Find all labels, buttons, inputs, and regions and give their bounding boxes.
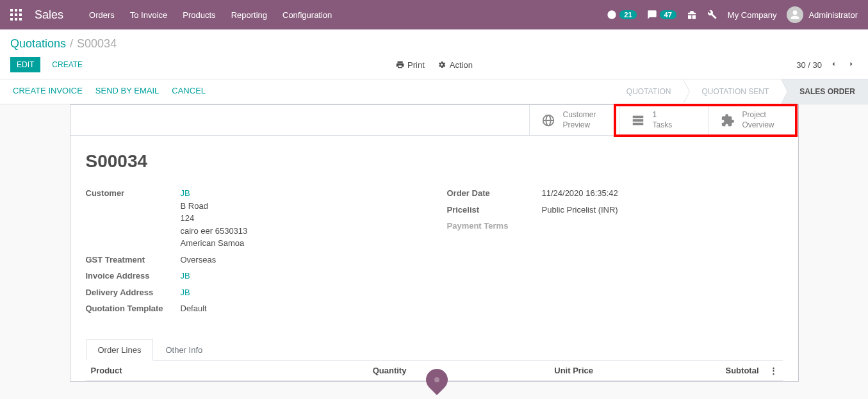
invoice-address-link[interactable]: JB xyxy=(181,271,190,281)
tab-order-lines[interactable]: Order Lines xyxy=(86,339,154,361)
status-step-sales-order[interactable]: Sales Order xyxy=(782,79,868,104)
gst-label: GST Treatment xyxy=(86,254,181,265)
status-step-quotation[interactable]: Quotation xyxy=(614,79,684,104)
col-subtotal[interactable]: Subtotal xyxy=(598,361,764,381)
pricelist-value: Public Pricelist (INR) xyxy=(542,204,783,216)
customer-preview-button[interactable]: Customer Preview xyxy=(529,105,619,135)
clock-icon xyxy=(607,10,617,20)
svg-rect-6 xyxy=(10,18,13,20)
left-column: Customer JB B Road 124 cairo eer 6530313… xyxy=(86,187,422,319)
status-bar: Create Invoice Send by Email Cancel Quot… xyxy=(0,79,868,104)
print-label: Print xyxy=(407,60,425,70)
breadcrumb-parent[interactable]: Quotations xyxy=(10,37,66,51)
wrench-icon[interactable] xyxy=(707,10,717,20)
gift-icon[interactable] xyxy=(687,10,697,20)
chat-icon xyxy=(647,10,657,20)
quotation-template-value: Default xyxy=(181,302,422,315)
col-options[interactable]: ⋮ xyxy=(764,361,783,381)
quotation-template-label: Quotation Template xyxy=(86,302,181,313)
breadcrumb: Quotations / S00034 xyxy=(0,29,868,51)
customer-preview-line1: Customer xyxy=(563,110,596,120)
stat-buttons-row: Customer Preview 1 Tasks Project Overvie… xyxy=(70,105,798,136)
pager-text: 30 / 30 xyxy=(796,60,822,70)
svg-rect-2 xyxy=(19,9,22,12)
chevron-right-icon xyxy=(848,60,855,68)
activities-button[interactable]: 21 xyxy=(607,10,636,20)
customer-addr1: B Road xyxy=(181,201,208,211)
project-overview-line2: Overview xyxy=(742,120,774,131)
status-actions: Create Invoice Send by Email Cancel xyxy=(0,79,218,104)
delivery-address-label: Delivery Address xyxy=(86,286,181,297)
svg-rect-3 xyxy=(10,13,13,16)
customer-preview-line2: Preview xyxy=(563,120,596,131)
status-steps: Quotation Quotation Sent Sales Order xyxy=(614,79,868,104)
pager-next[interactable] xyxy=(845,58,858,72)
delivery-address-link[interactable]: JB xyxy=(181,288,190,297)
gear-icon xyxy=(438,60,446,69)
create-invoice-button[interactable]: Create Invoice xyxy=(13,86,83,97)
svg-rect-12 xyxy=(632,122,643,125)
tasks-icon xyxy=(631,113,645,127)
order-date-value: 11/24/2020 16:35:42 xyxy=(542,187,783,200)
nav-menu-reporting[interactable]: Reporting xyxy=(231,10,267,20)
notebook-tabs: Order Lines Other Info xyxy=(86,339,783,361)
nav-right: 21 47 My Company Administrator xyxy=(607,6,858,23)
nav-menu-to-invoice[interactable]: To Invoice xyxy=(130,10,168,20)
create-button[interactable]: Create xyxy=(45,57,89,72)
puzzle-icon xyxy=(721,113,735,127)
sheet-body: S00034 Customer JB B Road 124 cairo eer … xyxy=(70,136,798,324)
pager: 30 / 30 xyxy=(796,58,858,72)
breadcrumb-current: S00034 xyxy=(77,37,117,51)
control-panel: Quotations / S00034 Edit Create Print Ac… xyxy=(0,29,868,79)
gst-value: Overseas xyxy=(181,254,422,266)
svg-rect-10 xyxy=(632,115,643,118)
svg-rect-0 xyxy=(10,9,13,12)
customer-addr4: American Samoa xyxy=(181,238,245,248)
center-toolbar: Print Action xyxy=(395,60,473,70)
nav-menu-configuration[interactable]: Configuration xyxy=(283,10,332,20)
pager-prev[interactable] xyxy=(827,58,840,72)
top-navbar: Sales Orders To Invoice Products Reporti… xyxy=(0,0,868,29)
project-overview-button[interactable]: Project Overview xyxy=(708,105,798,135)
form-view: Customer Preview 1 Tasks Project Overvie… xyxy=(0,104,868,382)
tasks-label: Tasks xyxy=(653,120,673,131)
svg-rect-4 xyxy=(15,13,17,16)
edit-button[interactable]: Edit xyxy=(10,57,40,72)
send-by-email-button[interactable]: Send by Email xyxy=(95,86,159,97)
project-overview-line1: Project xyxy=(742,110,774,120)
globe-icon xyxy=(541,113,555,127)
messages-button[interactable]: 47 xyxy=(647,10,676,20)
nav-menu-products[interactable]: Products xyxy=(183,10,215,20)
print-button[interactable]: Print xyxy=(395,60,425,70)
user-menu[interactable]: Administrator xyxy=(787,6,858,23)
apps-icon[interactable] xyxy=(10,9,22,20)
tasks-button[interactable]: 1 Tasks xyxy=(619,105,708,135)
customer-addr2: 124 xyxy=(181,213,195,223)
col-quantity[interactable]: Quantity xyxy=(244,361,411,381)
action-button[interactable]: Action xyxy=(438,60,473,70)
svg-rect-7 xyxy=(15,18,17,20)
svg-rect-5 xyxy=(19,13,22,16)
status-step-quotation-sent[interactable]: Quotation Sent xyxy=(684,79,782,104)
customer-addr3: cairo eer 6530313 xyxy=(181,226,248,236)
app-brand[interactable]: Sales xyxy=(35,8,63,22)
cancel-button[interactable]: Cancel xyxy=(172,86,206,97)
col-product[interactable]: Product xyxy=(86,361,245,381)
form-sheet: Customer Preview 1 Tasks Project Overvie… xyxy=(70,104,799,382)
customer-label: Customer xyxy=(86,187,181,198)
breadcrumb-sep: / xyxy=(70,37,73,51)
customer-link[interactable]: JB xyxy=(181,188,190,198)
nav-menu-orders[interactable]: Orders xyxy=(89,10,115,20)
messages-count: 47 xyxy=(660,10,676,19)
print-icon xyxy=(395,60,404,69)
chevron-left-icon xyxy=(830,60,837,68)
pricelist-label: Pricelist xyxy=(447,204,542,215)
action-label: Action xyxy=(450,60,473,70)
svg-rect-11 xyxy=(632,119,643,122)
user-name: Administrator xyxy=(808,10,858,20)
record-title: S00034 xyxy=(86,151,783,172)
action-row: Edit Create Print Action 30 / 30 xyxy=(0,51,868,79)
company-switcher[interactable]: My Company xyxy=(728,10,777,20)
tab-other-info[interactable]: Other Info xyxy=(153,339,215,360)
svg-rect-1 xyxy=(15,9,17,12)
